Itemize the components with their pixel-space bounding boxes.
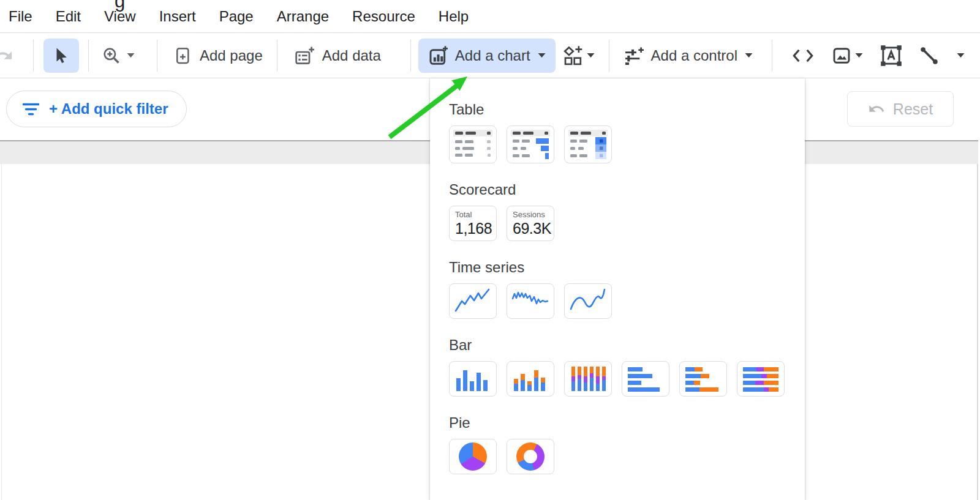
chart-option-100-stacked-bar-chart[interactable] [737, 361, 785, 397]
scorecard-metric-label: Sessions [513, 210, 554, 219]
section-scorecard-label: Scorecard [449, 181, 805, 198]
redo-icon[interactable] [0, 45, 13, 66]
add-quick-filter-label: + Add quick filter [49, 100, 168, 118]
toolbar-divider [410, 40, 411, 72]
add-chart-label: Add a chart [455, 47, 530, 64]
stacked-column-chart-thumbnail [511, 365, 550, 392]
scorecard-metric-value: 1,168 [455, 220, 496, 237]
select-tool-button[interactable] [43, 39, 79, 73]
section-scorecard: Scorecard Total 1,168 Sessions 69.3K [449, 181, 805, 241]
section-time-series-label: Time series [449, 259, 805, 276]
add-chart-menu: Table [430, 78, 805, 500]
menu-insert[interactable]: Insert [159, 8, 196, 25]
add-chart-button[interactable]: Add a chart [418, 39, 556, 73]
sparkline-thumbnail [511, 288, 550, 315]
scorecard-metric-value: 69.3K [513, 220, 554, 237]
add-page-icon [173, 47, 192, 65]
menu-file[interactable]: File [9, 8, 32, 25]
chart-option-scorecard-total[interactable]: Total 1,168 [449, 206, 497, 241]
add-control-label: Add a control [651, 47, 737, 64]
chart-option-donut-chart[interactable] [507, 439, 554, 474]
chart-option-table-with-heatmap[interactable] [564, 125, 612, 163]
section-bar-label: Bar [449, 337, 805, 354]
toolbar-divider [772, 40, 772, 72]
section-time-series: Time series [449, 259, 805, 319]
toolbar-divider [33, 40, 34, 72]
chart-option-sparkline[interactable] [507, 283, 554, 319]
chart-option-smoothed-time-series[interactable] [564, 283, 612, 319]
embed-code-button[interactable] [791, 46, 815, 65]
chevron-down-icon [127, 53, 135, 58]
community-visualizations-icon [563, 46, 582, 65]
toolbar-divider [609, 40, 609, 72]
add-data-icon [295, 46, 314, 65]
filter-icon [23, 103, 39, 116]
column-chart-thumbnail [453, 365, 492, 392]
toolbar-divider [88, 40, 89, 72]
chart-option-stacked-bar-chart[interactable] [679, 361, 727, 397]
menu-resource[interactable]: Resource [352, 8, 415, 25]
add-control-button[interactable]: Add a control [624, 46, 753, 65]
chart-option-time-series[interactable] [449, 283, 497, 319]
chart-option-scorecard-compact[interactable]: Sessions 69.3K [507, 206, 554, 241]
chevron-down-icon [855, 53, 863, 58]
section-table: Table [449, 101, 805, 163]
section-pie-label: Pie [449, 414, 805, 431]
menu-help[interactable]: Help [439, 8, 469, 25]
line-tool-button[interactable] [919, 45, 940, 66]
zoom-tool-button[interactable] [102, 46, 135, 65]
text-box-button[interactable] [880, 44, 903, 67]
chart-option-table[interactable] [449, 125, 497, 163]
time-series-thumbnail [453, 288, 492, 315]
add-data-button[interactable]: Add data [295, 46, 381, 65]
reset-button[interactable]: Reset [847, 91, 954, 127]
scorecard-metric-label: Total [455, 210, 496, 219]
donut-chart-thumbnail [516, 442, 545, 471]
menu-page[interactable]: Page [219, 8, 254, 25]
report-title-fragment: g [115, 0, 125, 12]
zoom-in-icon [102, 46, 121, 65]
chart-option-table-with-bars[interactable] [507, 125, 554, 163]
community-visualizations-button[interactable] [563, 46, 595, 65]
toolbar-divider [157, 40, 157, 72]
chart-option-column-chart[interactable] [449, 361, 497, 397]
chevron-down-icon [587, 53, 595, 58]
select-cursor-icon [52, 47, 70, 65]
section-table-label: Table [449, 101, 805, 118]
chart-option-bar-chart[interactable] [622, 361, 669, 397]
section-bar: Bar [449, 337, 805, 397]
image-icon [831, 46, 852, 65]
table-with-bars-thumbnail [511, 129, 550, 160]
add-page-label: Add page [200, 47, 263, 64]
add-page-button[interactable]: Add page [173, 47, 263, 65]
chart-option-pie-chart[interactable] [449, 439, 497, 474]
stacked-bar-chart-thumbnail [684, 365, 723, 392]
image-button[interactable] [831, 46, 863, 65]
table-with-heatmap-thumbnail [568, 129, 608, 160]
pie-chart-thumbnail [459, 442, 487, 471]
add-control-icon [624, 46, 644, 65]
table-thumbnail [453, 129, 492, 160]
chart-option-stacked-column-chart[interactable] [507, 361, 554, 397]
chevron-down-icon[interactable] [957, 53, 965, 58]
add-data-label: Add data [322, 47, 381, 64]
menu-arrange[interactable]: Arrange [277, 8, 329, 25]
chart-option-100-stacked-column-chart[interactable] [564, 361, 612, 397]
section-pie: Pie [449, 414, 805, 474]
toolbar-divider [277, 40, 277, 72]
100-stacked-bar-chart-thumbnail [741, 365, 780, 392]
menu-edit[interactable]: Edit [56, 8, 81, 25]
undo-icon [868, 100, 885, 118]
smoothed-time-series-thumbnail [568, 288, 608, 315]
menubar: g File Edit View Insert Page Arrange Res… [0, 0, 980, 33]
100-stacked-column-chart-thumbnail [568, 365, 608, 392]
add-quick-filter-button[interactable]: + Add quick filter [6, 91, 187, 127]
reset-label: Reset [893, 100, 933, 118]
chevron-down-icon [538, 53, 546, 58]
toolbar: Add page Add data Add a chart [0, 33, 980, 78]
chevron-down-icon [745, 53, 753, 58]
add-chart-icon [428, 46, 448, 65]
bar-chart-thumbnail [626, 365, 665, 392]
